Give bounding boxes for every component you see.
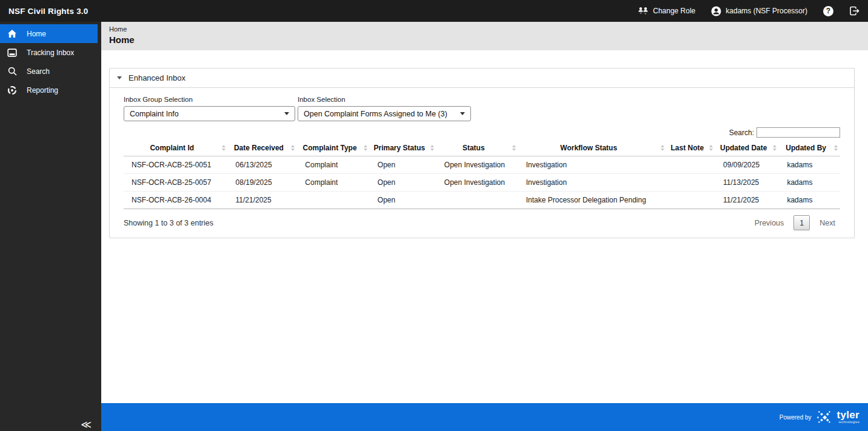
cell-date-received: 11/21/2025 — [228, 192, 298, 209]
app-body: Home Tracking Inbox Search — [0, 22, 868, 431]
content-area: Enhanced Inbox Inbox Group Selection Com… — [101, 50, 868, 403]
cell-primary-status: Open — [370, 174, 436, 192]
entries-summary: Showing 1 to 3 of 3 entries — [124, 219, 213, 227]
cell-date-received: 06/13/2025 — [228, 156, 298, 174]
breadcrumb[interactable]: Home — [109, 25, 860, 33]
sidebar-item-reporting[interactable]: Reporting — [0, 81, 101, 99]
enhanced-inbox-panel: Enhanced Inbox Inbox Group Selection Com… — [109, 68, 855, 238]
cell-status: Open Investigation — [436, 156, 518, 174]
table-row[interactable]: NSF-OCR-ACB-26-0004 11/21/2025 Open Inta… — [124, 192, 840, 209]
inbox-table: Complaint Id Date Received Complaint Typ… — [124, 140, 840, 209]
cell-workflow-status: Investigation — [518, 174, 667, 192]
table-search: Search: — [124, 127, 840, 138]
chevron-down-icon — [284, 112, 289, 115]
cell-updated-date: 09/09/2025 — [715, 156, 779, 174]
cell-workflow-status: Investigation — [518, 156, 667, 174]
account-icon — [711, 6, 721, 16]
main-area: Home Home Enhanced Inbox Inbox Group Sel… — [101, 22, 868, 431]
help-icon: ? — [823, 6, 833, 16]
cell-updated-date: 11/21/2025 — [715, 192, 779, 209]
sidebar-item-tracking-inbox[interactable]: Tracking Inbox — [0, 43, 101, 62]
sort-icon[interactable] — [661, 145, 664, 151]
inbox-selection-value: Open Complaint Forms Assigned to Me (3) — [304, 110, 447, 118]
sidebar-item-label: Tracking Inbox — [27, 48, 74, 57]
previous-page-button[interactable]: Previous — [750, 216, 789, 230]
sort-icon[interactable] — [222, 145, 225, 151]
table-footer: Showing 1 to 3 of 3 entries Previous 1 N… — [124, 209, 840, 238]
panel-body: Inbox Group Selection Complaint Info Inb… — [110, 88, 854, 238]
cell-primary-status: Open — [370, 156, 436, 174]
column-header-date-received[interactable]: Date Received — [228, 140, 298, 156]
column-header-complaint-id[interactable]: Complaint Id — [124, 140, 228, 156]
logout-button[interactable] — [849, 6, 860, 16]
cell-primary-status: Open — [370, 192, 436, 209]
powered-by-label: Powered by — [780, 414, 812, 421]
sort-icon[interactable] — [512, 145, 516, 151]
change-role-button[interactable]: Change Role — [638, 7, 695, 15]
logout-icon — [849, 6, 860, 16]
panel-header[interactable]: Enhanced Inbox — [110, 68, 854, 88]
tracking-inbox-icon — [7, 48, 18, 57]
app-title: NSF Civil Rights 3.0 — [8, 7, 88, 16]
cell-status — [436, 192, 518, 209]
help-button[interactable]: ? — [823, 6, 833, 16]
cell-updated-by: kadams — [779, 156, 840, 174]
cell-complaint-type: Complaint — [297, 156, 370, 174]
inbox-group-label: Inbox Group Selection — [124, 96, 295, 103]
inbox-group-select[interactable]: Complaint Info — [124, 106, 295, 121]
footer-bar: Powered by tyler technologies — [101, 403, 868, 431]
column-header-primary-status[interactable]: Primary Status — [370, 140, 436, 156]
cell-complaint-id[interactable]: NSF-OCR-ACB-26-0004 — [124, 192, 228, 209]
inbox-group-value: Complaint Info — [130, 110, 179, 118]
tyler-brand-name: tyler — [837, 410, 860, 420]
top-header-bar: NSF Civil Rights 3.0 Change Role — [0, 0, 868, 22]
home-icon — [7, 29, 18, 38]
cell-workflow-status: Intake Processor Delegation Pending — [518, 192, 667, 209]
inbox-selection-select[interactable]: Open Complaint Forms Assigned to Me (3) — [298, 106, 471, 121]
change-role-label: Change Role — [653, 7, 695, 15]
sidebar-item-home[interactable]: Home — [0, 24, 98, 43]
inbox-filters: Inbox Group Selection Complaint Info Inb… — [124, 96, 840, 121]
cell-complaint-type: Complaint — [297, 174, 370, 192]
table-header-row: Complaint Id Date Received Complaint Typ… — [124, 140, 840, 156]
cell-last-note — [667, 192, 715, 209]
sidebar-item-search[interactable]: Search — [0, 62, 101, 81]
sidebar-nav: Home Tracking Inbox Search — [0, 22, 101, 431]
tyler-brand: tyler technologies — [837, 410, 860, 424]
column-header-last-note[interactable]: Last Note — [667, 140, 715, 156]
collapse-left-icon: ≪ — [81, 419, 92, 430]
column-header-workflow-status[interactable]: Workflow Status — [518, 140, 667, 156]
search-input[interactable] — [756, 127, 840, 138]
column-header-complaint-type[interactable]: Complaint Type — [297, 140, 370, 156]
cell-complaint-id[interactable]: NSF-OCR-ACB-25-0051 — [124, 156, 228, 174]
sort-icon[interactable] — [430, 145, 434, 151]
sort-icon[interactable] — [773, 145, 776, 151]
column-header-updated-by[interactable]: Updated By — [779, 140, 840, 156]
sort-icon[interactable] — [364, 145, 367, 151]
cell-complaint-id[interactable]: NSF-OCR-ACB-25-0057 — [124, 174, 228, 192]
user-menu[interactable]: kadams (NSF Processor) — [711, 6, 807, 16]
sidebar-item-label: Search — [27, 67, 50, 76]
cell-status: Open Investigation — [436, 174, 518, 192]
table-row[interactable]: NSF-OCR-ACB-25-0057 08/19/2025 Complaint… — [124, 174, 840, 192]
column-header-updated-date[interactable]: Updated Date — [715, 140, 779, 156]
cell-updated-date: 11/13/2025 — [715, 174, 779, 192]
sort-icon[interactable] — [709, 145, 713, 151]
table-row[interactable]: NSF-OCR-ACB-25-0051 06/13/2025 Complaint… — [124, 156, 840, 174]
tyler-logo-icon — [816, 409, 832, 425]
chevron-down-icon — [460, 112, 465, 115]
sort-icon[interactable] — [834, 145, 838, 151]
topbar-actions: Change Role kadams (NSF Processor) ? — [638, 6, 860, 16]
cell-date-received: 08/19/2025 — [228, 174, 298, 192]
page-1-button[interactable]: 1 — [793, 215, 810, 230]
next-page-button[interactable]: Next — [815, 216, 840, 230]
collapse-caret-icon — [117, 76, 122, 79]
search-icon — [7, 67, 18, 76]
sidebar-item-label: Home — [27, 30, 46, 38]
cell-complaint-type — [297, 192, 370, 209]
column-header-status[interactable]: Status — [436, 140, 518, 156]
sidebar-collapse-button[interactable]: ≪ — [81, 419, 92, 430]
sort-icon[interactable] — [291, 145, 295, 151]
pagination: Previous 1 Next — [750, 215, 840, 230]
cell-updated-by: kadams — [779, 174, 840, 192]
